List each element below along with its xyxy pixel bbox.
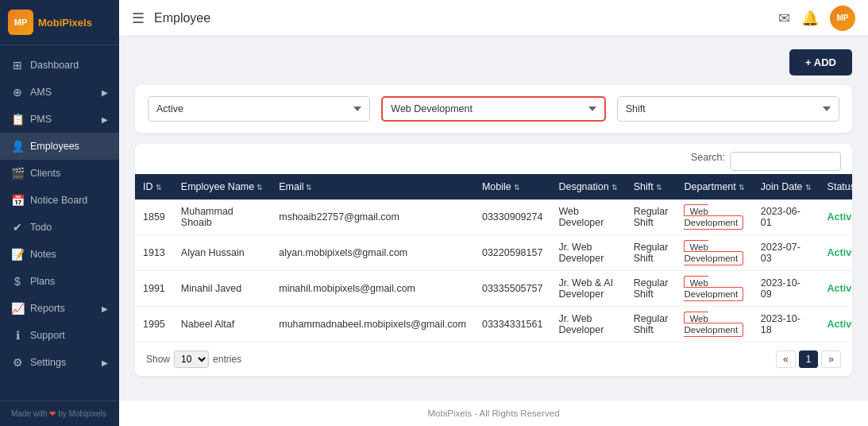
search-label: Search: bbox=[691, 152, 725, 171]
cell-shift: Regular Shift bbox=[626, 235, 677, 271]
menu-icon[interactable]: ☰ bbox=[132, 10, 145, 27]
page-1-button[interactable]: 1 bbox=[799, 350, 819, 368]
sidebar-item-notice-board[interactable]: 📅 Notice Board bbox=[0, 187, 119, 214]
shift-filter[interactable]: Shift Regular Shift Night Shift bbox=[617, 96, 839, 122]
pagination: « 1 » bbox=[776, 350, 841, 368]
status-badge: Active bbox=[827, 247, 852, 258]
sort-icon-email: ⇅ bbox=[306, 184, 312, 192]
sidebar-item-dashboard[interactable]: ⊞ Dashboard bbox=[0, 52, 119, 79]
table-body: 1859 Muhammad Shoaib mshoaib22757@gmail.… bbox=[135, 199, 852, 343]
sidebar-item-label-employees: Employees bbox=[30, 141, 79, 152]
entries-label: entries bbox=[213, 354, 241, 365]
sort-icon-join_date: ⇅ bbox=[805, 184, 812, 192]
sidebar-item-reports[interactable]: 📈 Reports ▶ bbox=[0, 295, 119, 322]
sort-icon-mobile: ⇅ bbox=[514, 184, 520, 192]
prev-page-button[interactable]: « bbox=[776, 350, 796, 368]
col-department[interactable]: Department⇅ bbox=[676, 174, 752, 199]
action-bar: + ADD bbox=[135, 49, 852, 76]
nav-icon-pms: 📋 bbox=[11, 113, 24, 126]
nav-icon-reports: 📈 bbox=[11, 302, 24, 315]
cell-shift: Regular Shift bbox=[626, 199, 677, 235]
nav-icon-plans: $ bbox=[11, 275, 24, 288]
sidebar-item-todo[interactable]: ✔ Todo bbox=[0, 214, 119, 241]
cell-designation: Jr. Web Developer bbox=[550, 235, 625, 271]
table-row: 1991 Minahil Javed minahil.mobipixels@gm… bbox=[135, 271, 852, 307]
search-input[interactable] bbox=[730, 152, 841, 171]
sort-icon-shift: ⇅ bbox=[656, 184, 662, 192]
nav-icon-employees: 👤 bbox=[11, 140, 24, 153]
cell-id: 1995 bbox=[135, 307, 173, 343]
mail-icon[interactable]: ✉ bbox=[778, 10, 790, 27]
cell-email: muhammadnabeel.mobipixels@gmail.com bbox=[271, 307, 474, 343]
sidebar-item-label-clients: Clients bbox=[30, 168, 60, 179]
footer-bar: MobiPixels - All Rights Reserved bbox=[119, 400, 868, 426]
col-shift[interactable]: Shift⇅ bbox=[626, 174, 677, 199]
next-page-button[interactable]: » bbox=[821, 350, 841, 368]
cell-department: Web Development bbox=[676, 199, 752, 235]
nav-icon-support: ℹ bbox=[11, 329, 24, 342]
sidebar-item-label-todo: Todo bbox=[30, 222, 52, 233]
department-badge: Web Development bbox=[684, 240, 743, 265]
status-badge: Active bbox=[827, 211, 852, 223]
sidebar-item-label-dashboard: Dashboard bbox=[30, 60, 79, 71]
avatar[interactable]: MP bbox=[830, 6, 855, 31]
cell-join-date: 2023-10-09 bbox=[753, 271, 820, 307]
sidebar-logo: MP MobiPixels bbox=[0, 0, 119, 45]
cell-name: Minahil Javed bbox=[173, 271, 271, 307]
cell-department: Web Development bbox=[676, 271, 752, 307]
table-topbar: Search: bbox=[135, 144, 852, 174]
add-button[interactable]: + ADD bbox=[789, 49, 852, 76]
nav-icon-clients: 🎬 bbox=[11, 167, 24, 180]
nav-icon-dashboard: ⊞ bbox=[11, 59, 24, 72]
col-name[interactable]: Employee Name⇅ bbox=[173, 174, 271, 199]
cell-id: 1913 bbox=[135, 235, 173, 271]
cell-join-date: 2023-07-03 bbox=[753, 235, 820, 271]
department-badge: Web Development bbox=[684, 204, 743, 230]
cell-mobile: 03334331561 bbox=[474, 307, 550, 343]
sort-icon-designation: ⇅ bbox=[611, 184, 618, 192]
sidebar-item-clients[interactable]: 🎬 Clients bbox=[0, 160, 119, 187]
sidebar-item-label-notice-board: Notice Board bbox=[30, 195, 87, 206]
bell-icon[interactable]: 🔔 bbox=[801, 10, 819, 27]
sidebar-item-support[interactable]: ℹ Support bbox=[0, 322, 119, 349]
cell-designation: Web Developer bbox=[550, 199, 625, 235]
cell-email: minahil.mobipixels@gmail.com bbox=[271, 271, 474, 307]
sidebar-item-label-settings: Settings bbox=[30, 357, 66, 368]
sidebar-item-pms[interactable]: 📋 PMS ▶ bbox=[0, 106, 119, 133]
nav-icon-ams: ⊕ bbox=[11, 86, 24, 99]
entries-select[interactable]: 10 25 50 bbox=[174, 350, 209, 368]
filters: Active Inactive All Web Development Desi… bbox=[135, 85, 852, 133]
table-row: 1859 Muhammad Shoaib mshoaib22757@gmail.… bbox=[135, 199, 852, 235]
topbar: ☰ Employee ✉ 🔔 MP bbox=[119, 0, 868, 37]
sort-icon-department: ⇅ bbox=[739, 184, 745, 192]
cell-id: 1859 bbox=[135, 199, 173, 235]
sidebar-item-plans[interactable]: $ Plans bbox=[0, 268, 119, 295]
col-id[interactable]: ID⇅ bbox=[135, 174, 173, 199]
department-filter[interactable]: Web Development Design HR All bbox=[381, 96, 605, 122]
nav-icon-settings: ⚙ bbox=[11, 356, 24, 369]
employees-table: ID⇅Employee Name⇅Email⇅Mobile⇅Desgnation… bbox=[135, 174, 852, 343]
sidebar-item-employees[interactable]: 👤 Employees bbox=[0, 133, 119, 160]
footer-text: MobiPixels - All Rights Reserved bbox=[427, 409, 559, 418]
col-mobile[interactable]: Mobile⇅ bbox=[474, 174, 550, 199]
sidebar-item-label-notes: Notes bbox=[30, 249, 56, 260]
cell-designation: Jr. Web Developer bbox=[550, 307, 625, 343]
cell-status: Active bbox=[820, 307, 852, 343]
sidebar-footer: Made with ❤ by Mobipixels bbox=[0, 401, 119, 426]
sidebar-item-settings[interactable]: ⚙ Settings ▶ bbox=[0, 349, 119, 376]
table-footer: Show 10 25 50 entries « 1 » bbox=[135, 343, 852, 376]
cell-name: Nabeel Altaf bbox=[173, 307, 271, 343]
sidebar-item-ams[interactable]: ⊕ AMS ▶ bbox=[0, 79, 119, 106]
col-join_date[interactable]: Join Date⇅ bbox=[753, 174, 820, 199]
cell-department: Web Development bbox=[676, 307, 752, 343]
col-status[interactable]: Status⇅ bbox=[820, 174, 852, 199]
status-filter[interactable]: Active Inactive All bbox=[148, 96, 370, 122]
cell-department: Web Development bbox=[676, 235, 752, 271]
sidebar-item-label-pms: PMS bbox=[30, 114, 52, 125]
logo-icon: MP bbox=[8, 10, 33, 35]
sidebar-item-label-reports: Reports bbox=[30, 303, 65, 314]
col-email[interactable]: Email⇅ bbox=[271, 174, 474, 199]
sidebar-item-notes[interactable]: 📝 Notes bbox=[0, 241, 119, 268]
col-designation[interactable]: Desgnation⇅ bbox=[550, 174, 625, 199]
page-title: Employee bbox=[154, 11, 778, 25]
